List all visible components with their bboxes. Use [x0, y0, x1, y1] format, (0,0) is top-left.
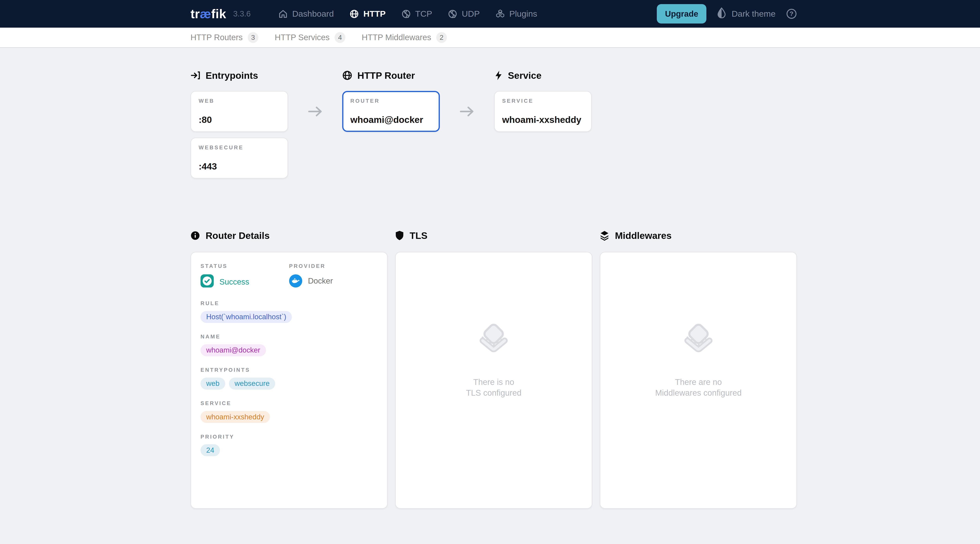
main-content: Entrypoints HTTP Router Service WEB: [0, 48, 980, 509]
layers-icon: [600, 231, 609, 240]
section-title-text: Service: [508, 70, 541, 81]
card-label: SERVICE: [502, 98, 584, 104]
card-label: WEB: [199, 98, 280, 104]
service-pill[interactable]: whoami-xxsheddy: [200, 411, 270, 423]
http-tabbar: HTTP Routers 3 HTTP Services 4 HTTP Midd…: [0, 28, 980, 48]
tab-http-middlewares[interactable]: HTTP Middlewares 2: [362, 32, 447, 43]
router-name-pill[interactable]: whoami@docker: [200, 344, 266, 356]
nav-item-label: Dashboard: [292, 9, 334, 19]
docker-provider-icon: [289, 274, 302, 288]
flow-arrow-icon: [440, 91, 494, 132]
router-details-title: Router Details: [191, 230, 388, 241]
sphere-icon: [401, 9, 411, 19]
login-arrow-icon: [191, 70, 200, 80]
router-details-panel: STATUS Success PROVIDER: [191, 252, 388, 509]
entrypoints-label: ENTRYPOINTS: [200, 367, 377, 373]
tls-title: TLS: [395, 230, 592, 241]
routing-flow: Entrypoints HTTP Router Service WEB: [191, 70, 797, 178]
sphere-icon: [448, 9, 457, 19]
shield-icon: [395, 231, 404, 240]
tab-http-services[interactable]: HTTP Services 4: [275, 32, 345, 43]
middlewares-title: Middlewares: [600, 230, 797, 241]
router-card[interactable]: ROUTER whoami@docker: [342, 91, 440, 132]
entrypoint-pill-web[interactable]: web: [200, 378, 225, 390]
svg-text:?: ?: [790, 10, 794, 17]
card-label: WEBSECURE: [199, 145, 280, 151]
entrypoint-pill-websecure[interactable]: websecure: [229, 378, 275, 390]
success-check-badge: [200, 274, 214, 289]
tab-count-badge: 4: [334, 32, 345, 43]
logo-text-ae: æ: [200, 7, 211, 21]
nav-item-dashboard[interactable]: Dashboard: [278, 9, 334, 19]
section-title-text: TLS: [410, 230, 428, 241]
version-label: 3.3.6: [233, 10, 251, 18]
empty-message-line: There is no: [466, 377, 521, 388]
priority-pill[interactable]: 24: [200, 444, 220, 456]
nav-item-label: TCP: [415, 9, 432, 19]
contrast-droplet-icon: [717, 8, 726, 20]
traefik-dashboard: træfik 3.3.6 Dashboard HTTP: [0, 0, 980, 544]
card-value: :80: [199, 115, 280, 125]
empty-message-line: Middlewares configured: [655, 388, 742, 398]
nav-item-udp[interactable]: UDP: [448, 9, 480, 19]
tab-label: HTTP Services: [275, 33, 330, 42]
dark-theme-toggle[interactable]: Dark theme: [717, 8, 776, 20]
section-title-text: HTTP Router: [357, 70, 415, 81]
tls-empty-message: There is no TLS configured: [466, 377, 521, 398]
section-title-text: Entrypoints: [205, 70, 258, 81]
globe-icon: [350, 9, 359, 19]
tab-count-badge: 3: [248, 32, 259, 43]
service-label: SERVICE: [200, 400, 377, 406]
entrypoint-card-web[interactable]: WEB :80: [191, 91, 288, 132]
nav-item-label: HTTP: [363, 9, 385, 19]
entrypoint-card-websecure[interactable]: WEBSECURE :443: [191, 138, 288, 178]
card-label: ROUTER: [350, 98, 432, 104]
top-navbar: træfik 3.3.6 Dashboard HTTP: [0, 0, 980, 28]
logo-text-prefix: tr: [191, 7, 200, 21]
tab-http-routers[interactable]: HTTP Routers 3: [191, 32, 258, 43]
middlewares-empty-message: There are no Middlewares configured: [655, 377, 742, 398]
theme-toggle-label: Dark theme: [732, 9, 776, 19]
provider-value: Docker: [308, 277, 333, 286]
home-icon: [278, 9, 288, 19]
info-icon: [191, 231, 200, 240]
upgrade-button[interactable]: Upgrade: [657, 4, 706, 24]
lightning-bolt-icon: [494, 70, 503, 80]
status-value: Success: [220, 277, 249, 286]
nav-item-plugins[interactable]: Plugins: [495, 9, 537, 19]
empty-layers-icon: [474, 323, 513, 365]
card-value: :443: [199, 161, 280, 172]
tab-label: HTTP Middlewares: [362, 33, 431, 42]
tls-panel: There is no TLS configured: [395, 252, 592, 509]
cubes-icon: [495, 9, 505, 19]
service-card[interactable]: SERVICE whoami-xxsheddy: [494, 91, 592, 132]
provider-label: PROVIDER: [289, 263, 378, 269]
section-title-text: Router Details: [205, 230, 270, 241]
rule-pill[interactable]: Host(`whoami.localhost`): [200, 311, 292, 323]
service-section-title: Service: [494, 70, 592, 81]
rule-label: RULE: [200, 300, 377, 307]
name-label: NAME: [200, 334, 377, 340]
card-value: whoami@docker: [350, 115, 432, 125]
empty-message-line: There are no: [655, 377, 742, 388]
section-title-text: Middlewares: [615, 230, 671, 241]
empty-layers-icon: [679, 323, 718, 365]
tab-label: HTTP Routers: [191, 33, 243, 42]
nav-item-http[interactable]: HTTP: [350, 9, 385, 19]
card-value: whoami-xxsheddy: [502, 115, 584, 125]
middlewares-panel: There are no Middlewares configured: [600, 252, 797, 509]
nav-item-label: Plugins: [509, 9, 537, 19]
priority-label: PRIORITY: [200, 434, 377, 440]
flow-arrow-icon: [288, 91, 342, 132]
globe-icon: [342, 70, 352, 80]
main-nav: Dashboard HTTP TCP: [278, 9, 537, 19]
logo-text-suffix: fik: [211, 7, 226, 21]
nav-item-tcp[interactable]: TCP: [401, 9, 432, 19]
nav-item-label: UDP: [462, 9, 480, 19]
details-section: Router Details TLS Middlewares: [191, 230, 797, 509]
help-icon[interactable]: ?: [786, 8, 797, 19]
traefik-logo[interactable]: træfik: [191, 7, 226, 21]
http-router-section-title: HTTP Router: [342, 70, 440, 81]
tab-count-badge: 2: [436, 32, 447, 43]
status-label: STATUS: [200, 263, 289, 269]
